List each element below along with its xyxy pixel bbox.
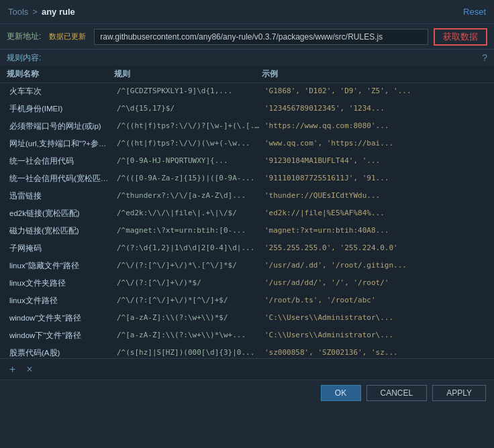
table-row[interactable]: 迅雷链接/^thunderx?:\/\/[a-zA-Z\d]...'thunde… [0, 188, 494, 205]
table-row[interactable]: 股票代码(A股)/^(s[hz]|S[HZ])(000[\d]{3}|0...'… [0, 345, 494, 358]
table-row[interactable]: linux文件夹路径/^\/(?:[^\/]+\/)*$/'/usr/ad/dd… [0, 275, 494, 292]
rule-pattern-cell: /^\/(?:[^\/]+\/)*[^\/]+$/ [114, 294, 262, 307]
rule-example-cell: 'magnet:?xt=urn:btih:40A8... [262, 225, 487, 237]
rule-name-cell: window"文件夹"路径 [7, 312, 114, 325]
rule-pattern-cell: /^[GCDZTSPKXLY1-9]\d{1,... [114, 85, 262, 98]
table-header: 规则名称 规则 示例 [0, 66, 494, 83]
breadcrumb-current: any rule [42, 7, 75, 17]
rules-table-body: 火车车次/^[GCDZTSPKXLY1-9]\d{1,...'G1868', '… [0, 83, 494, 358]
rule-name-cell: 必须带端口号的网址(或ip) [7, 120, 114, 133]
rule-example-cell: '91230184MA1BUFLT44', '... [262, 155, 487, 168]
rule-name-cell: window下"文件"路径 [7, 329, 114, 342]
rule-example-cell: 'G1868', 'D102', 'D9', 'Z5', '... [262, 85, 487, 98]
rule-name-cell: ed2k链接(宽松匹配) [7, 207, 114, 220]
rule-name-cell: linux文件夹路径 [7, 277, 114, 290]
rule-example-cell: '91110108772551611J', '91... [262, 172, 487, 185]
rule-pattern-cell: /^ed2k:\/\/\|file\|.+\|\/$/ [114, 207, 262, 220]
rule-name-cell: 手机身份(IMEI) [7, 103, 114, 115]
reset-button[interactable]: Reset [463, 7, 486, 17]
rule-pattern-cell: /^thunderx?:\/\/[a-zA-Z\d]... [114, 190, 262, 203]
rule-name-cell: 磁力链接(宽松匹配) [7, 225, 114, 237]
breadcrumb-tools[interactable]: Tools [8, 7, 28, 17]
rule-name-cell: linux文件路径 [7, 294, 114, 307]
rule-name-cell: 迅雷链接 [7, 190, 114, 203]
rule-example-cell: 'C:\\Users\\Administrator\... [262, 312, 487, 325]
bottom-toolbar: + × [0, 358, 494, 380]
rule-pattern-cell: /^magnet:\?xt=urn:btih:[0-... [114, 225, 262, 237]
rule-pattern-cell: /^\/(?:[^\/]+\/)*$/ [114, 277, 262, 290]
rule-pattern-cell: /^((ht|f)tps?:\/\/)(\w+(-\w... [114, 137, 262, 150]
rule-example-cell: 'thunder://QUEsICdtYWdu... [262, 190, 487, 203]
rule-pattern-cell: /^[a-zA-Z]:\\(?:\w+\\)*$/ [114, 312, 262, 325]
breadcrumb-separator: > [32, 7, 38, 17]
update-label: 更新地址: [7, 31, 41, 42]
add-rule-button[interactable]: + [7, 362, 18, 377]
rule-pattern-cell: /^[0-9A-HJ-NPQRTUWXY]{... [114, 155, 262, 168]
cancel-button[interactable]: CANCEL [366, 385, 428, 401]
rule-name-cell: 统一社会信用代码 [7, 155, 114, 168]
fetch-data-button[interactable]: 获取数据 [434, 28, 487, 46]
remove-rule-button[interactable]: × [23, 362, 35, 377]
rule-example-cell: 'www.qq.com', 'https://bai... [262, 137, 487, 150]
table-row[interactable]: window下"文件"路径/^[a-zA-Z]:\\(?:\w+\\)*\w+.… [0, 327, 494, 345]
url-input[interactable] [94, 29, 428, 45]
rule-name-cell: linux"隐藏文件"路径 [7, 260, 114, 272]
rule-pattern-cell: /^\/(?:[^\/]+\/)*\.[^\/]*$/ [114, 260, 262, 272]
rules-label: 规则内容: [7, 52, 41, 64]
rule-example-cell: 'https://www.qq.com:8080'... [262, 120, 487, 133]
rule-example-cell: '/usr/ad/dd/', '/', '/root/' [262, 277, 487, 290]
rule-name-cell: 股票代码(A股) [7, 347, 114, 358]
data-updated-badge: 数据已更新 [46, 31, 89, 42]
url-row: 更新地址: 数据已更新 获取数据 [0, 24, 494, 50]
table-row[interactable]: 子网掩码/^(?:\d{1,2}|1\d\d|2[0-4]\d|...'255.… [0, 240, 494, 258]
rule-example-cell: '/usr/ad/.dd', '/root/.gitign... [262, 260, 487, 272]
rule-name-cell: 统一社会信用代码(宽松匹配)... [7, 172, 114, 185]
rule-example-cell: 'C:\\Users\\Administrator\... [262, 329, 487, 342]
rules-label-row: 规则内容: ? [0, 50, 494, 66]
breadcrumb: Tools > any rule [8, 7, 463, 17]
rule-pattern-cell: /^(([0-9A-Za-z]{15})|([0-9A-... [114, 172, 262, 185]
col-header-example: 示例 [262, 68, 487, 80]
rule-name-cell: 网址(url,支持端口和"?+参数"... [7, 137, 114, 150]
col-header-name: 规则名称 [7, 68, 114, 80]
rule-example-cell: 'ed2k://|file|%E5%AF%84%... [262, 207, 487, 220]
table-row[interactable]: 网址(url,支持端口和"?+参数".../^((ht|f)tps?:\/\/)… [0, 135, 494, 153]
rule-pattern-cell: /^(?:\d{1,2}|1\d\d|2[0-4]\d|... [114, 242, 262, 255]
table-row[interactable]: linux文件路径/^\/(?:[^\/]+\/)*[^\/]+$/'/root… [0, 292, 494, 310]
table-row[interactable]: 必须带端口号的网址(或ip)/^((ht|f)tps?:\/\/)?[\w-]+… [0, 118, 494, 135]
rule-example-cell: '255.255.255.0', '255.224.0.0' [262, 242, 487, 255]
apply-button[interactable]: APPLY [432, 385, 486, 401]
col-header-rule: 规则 [114, 68, 262, 80]
footer: OK CANCEL APPLY [0, 380, 494, 405]
header: Tools > any rule Reset [0, 0, 494, 24]
rule-pattern-cell: /^\d{15,17}$/ [114, 103, 262, 115]
table-row[interactable]: 火车车次/^[GCDZTSPKXLY1-9]\d{1,...'G1868', '… [0, 83, 494, 101]
table-row[interactable]: 统一社会信用代码/^[0-9A-HJ-NPQRTUWXY]{...'912301… [0, 153, 494, 170]
rule-name-cell: 子网掩码 [7, 242, 114, 255]
table-row[interactable]: 磁力链接(宽松匹配)/^magnet:\?xt=urn:btih:[0-...'… [0, 223, 494, 240]
table-row[interactable]: 统一社会信用代码(宽松匹配).../^(([0-9A-Za-z]{15})|([… [0, 170, 494, 188]
rule-example-cell: '123456789012345', '1234... [262, 103, 487, 115]
rule-example-cell: 'sz000858', 'SZ002136', 'sz... [262, 347, 487, 358]
table-row[interactable]: 手机身份(IMEI)/^\d{15,17}$/'123456789012345'… [0, 101, 494, 118]
rule-pattern-cell: /^((ht|f)tps?:\/\/)?[\w-]+(\.[.... [114, 120, 262, 133]
rule-example-cell: '/root/b.ts', '/root/abc' [262, 294, 487, 307]
table-row[interactable]: ed2k链接(宽松匹配)/^ed2k:\/\/\|file\|.+\|\/$/'… [0, 205, 494, 223]
help-icon[interactable]: ? [482, 52, 487, 63]
rule-name-cell: 火车车次 [7, 85, 114, 98]
table-row[interactable]: linux"隐藏文件"路径/^\/(?:[^\/]+\/)*\.[^\/]*$/… [0, 258, 494, 275]
table-row[interactable]: window"文件夹"路径/^[a-zA-Z]:\\(?:\w+\\)*$/'C… [0, 310, 494, 327]
rule-pattern-cell: /^(s[hz]|S[HZ])(000[\d]{3}|0... [114, 347, 262, 358]
rule-pattern-cell: /^[a-zA-Z]:\\(?:\w+\\)*\w+... [114, 329, 262, 342]
ok-button[interactable]: OK [321, 385, 361, 401]
